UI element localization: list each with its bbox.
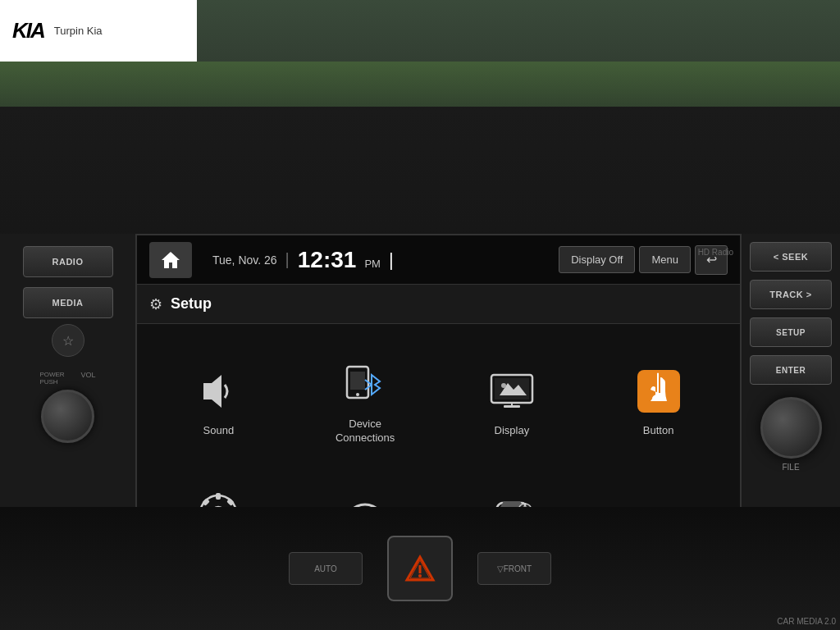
setup-gear-icon: ⚙ — [149, 295, 162, 313]
svg-marker-1 — [203, 375, 221, 408]
ampm-text: PM — [364, 258, 381, 270]
setup-bar: ⚙ Setup — [137, 285, 740, 324]
menu-item-sound[interactable]: Sound — [145, 340, 292, 463]
vol-label: VOL — [81, 371, 96, 386]
svg-rect-13 — [504, 405, 520, 408]
setup-title: Setup — [171, 295, 212, 313]
svg-marker-0 — [162, 252, 180, 268]
power-push-label: POWERPUSH — [39, 371, 64, 386]
button-icon-wrap — [632, 365, 685, 418]
bottom-controls: AUTO ▽FRONT — [0, 507, 840, 630]
hd-radio-badge: HD Radio — [698, 248, 733, 257]
time-text: 12:31 — [298, 247, 357, 273]
device-connections-icon — [340, 360, 390, 409]
setup-button[interactable]: SETUP — [750, 317, 832, 347]
date-text: Tue, Nov. 26 — [212, 253, 277, 267]
display-icon-wrap — [486, 365, 538, 418]
display-icon — [487, 367, 536, 416]
home-icon — [160, 249, 181, 271]
svg-rect-31 — [523, 503, 526, 506]
svg-rect-3 — [350, 372, 365, 390]
seek-button[interactable]: < SEEK — [750, 242, 832, 272]
datetime-display: Tue, Nov. 26 | 12:31 PM | — [204, 247, 546, 273]
device-connections-icon-wrap — [339, 358, 391, 411]
dealer-name: Turpin Kia — [54, 25, 103, 37]
front-button[interactable]: ▽FRONT — [477, 552, 551, 585]
screen-header: Tue, Nov. 26 | 12:31 PM | Display Off Me… — [137, 235, 740, 285]
svg-rect-17 — [216, 493, 221, 500]
sound-label: Sound — [203, 424, 235, 438]
kia-logo: KIA — [12, 18, 44, 43]
file-label: FILE — [782, 463, 799, 472]
menu-item-button[interactable]: Button — [585, 340, 732, 463]
menu-item-device-connections[interactable]: DeviceConnections — [292, 340, 439, 463]
hazard-icon — [405, 554, 435, 583]
enter-button[interactable]: ENTER — [750, 355, 832, 385]
sound-icon — [194, 367, 243, 416]
display-label: Display — [495, 424, 530, 438]
button-label: Button — [643, 424, 674, 438]
hazard-button[interactable] — [387, 536, 453, 601]
auto-button[interactable]: AUTO — [289, 552, 363, 585]
star-button[interactable]: ☆ — [52, 324, 84, 357]
time-divider: | — [285, 250, 290, 269]
radio-button[interactable]: RADIO — [23, 246, 113, 277]
home-button[interactable] — [149, 242, 192, 278]
svg-point-4 — [356, 393, 359, 396]
menu-item-display[interactable]: Display — [439, 340, 586, 463]
watermark: CAR MEDIA 2.0 — [777, 617, 836, 626]
volume-area: POWERPUSH VOL — [39, 371, 95, 443]
track-button[interactable]: TRACK > — [750, 280, 832, 309]
device-connections-label: DeviceConnections — [336, 418, 395, 445]
svg-point-38 — [418, 574, 422, 578]
menu-button[interactable]: Menu — [639, 246, 691, 273]
tune-knob[interactable] — [760, 397, 822, 459]
brand-bar: KIA Turpin Kia — [0, 0, 197, 62]
button-icon — [634, 367, 683, 416]
sound-icon-wrap — [192, 365, 244, 418]
display-off-button[interactable]: Display Off — [559, 246, 635, 273]
vol-labels: POWERPUSH VOL — [39, 371, 95, 386]
cursor: | — [389, 249, 394, 271]
media-button[interactable]: MEDIA — [23, 287, 113, 318]
svg-point-10 — [501, 383, 506, 388]
volume-knob[interactable] — [41, 390, 94, 443]
